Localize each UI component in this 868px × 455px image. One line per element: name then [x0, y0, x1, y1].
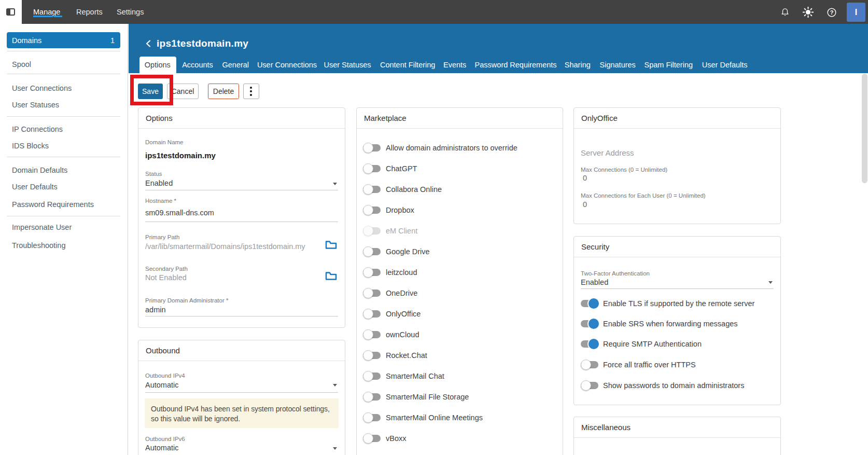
svg-text:?: ? — [830, 9, 834, 16]
